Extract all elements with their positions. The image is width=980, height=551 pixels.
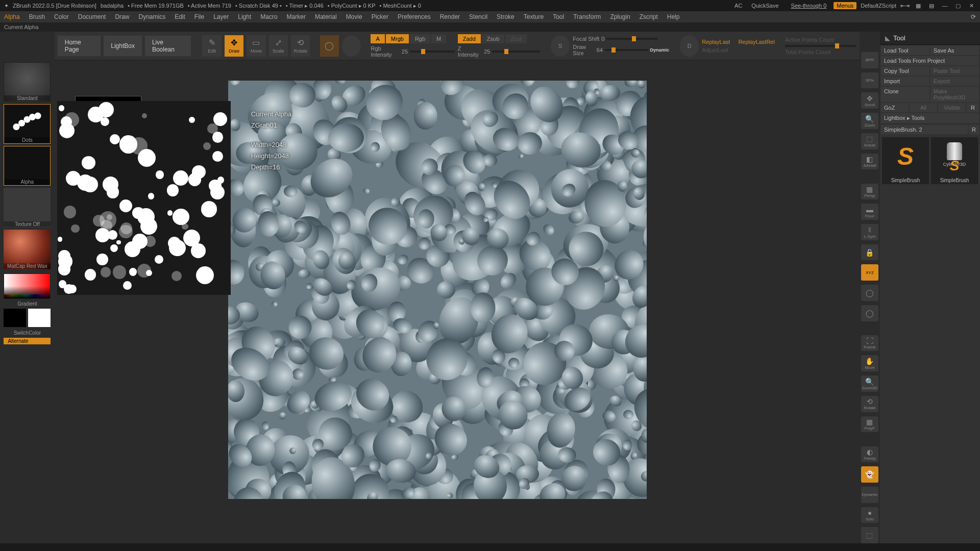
scroll-button[interactable]: ✥Scroll — [861, 92, 878, 109]
actual-button[interactable]: ⬚Actual — [861, 133, 878, 149]
clone-button[interactable]: Clone — [881, 87, 929, 102]
swatch-primary[interactable] — [28, 309, 51, 327]
menu-tool[interactable]: Tool — [553, 13, 564, 20]
edit-mode-button[interactable]: ✎Edit — [202, 35, 221, 57]
menu-preferences[interactable]: Preferences — [398, 13, 431, 20]
close-icon[interactable]: ✕ — [967, 3, 976, 9]
menu-stencil[interactable]: Stencil — [469, 13, 487, 20]
menu-picker[interactable]: Picker — [372, 13, 388, 20]
chip-zsub[interactable]: Zsub — [482, 34, 504, 43]
gizmo-button[interactable]: ◯ — [320, 35, 339, 57]
menu-texture[interactable]: Texture — [524, 13, 544, 20]
tool-header[interactable]: ◣Tool — [880, 32, 980, 45]
menu-file[interactable]: File — [194, 13, 204, 20]
menu-light[interactable]: Light — [238, 13, 251, 20]
alpha-slot[interactable]: Alpha — [4, 146, 51, 186]
axis-z-button[interactable]: ◯ — [861, 305, 878, 321]
menu-marker[interactable]: Marker — [287, 13, 306, 20]
texture-slot[interactable]: Texture Off — [4, 188, 51, 228]
chip-zcut[interactable]: Zcut — [505, 34, 526, 43]
lightbox-tools-button[interactable]: Lightbox ▸ Tools — [881, 113, 979, 123]
polymesh3d-button[interactable]: Make PolyMesh3D — [930, 87, 979, 102]
frame-button[interactable]: ⛶Frame — [861, 335, 878, 352]
goz-button[interactable]: GoZ — [881, 103, 909, 112]
alternate-button[interactable]: Alternate — [4, 338, 51, 344]
r-button[interactable]: R — [967, 103, 979, 112]
saveas-button[interactable]: Save As — [930, 46, 979, 55]
draw-size-slider[interactable]: Draw Size 64 Dynamic — [573, 44, 669, 56]
persp-button[interactable]: ▦Persp — [861, 184, 878, 200]
tool-thumb-simplebrush[interactable]: SSimpleBrush — [882, 137, 929, 184]
chip-a[interactable]: A — [371, 34, 384, 43]
menu-layer[interactable]: Layer — [213, 13, 229, 20]
local-button[interactable]: 🔒 — [861, 244, 878, 261]
menus-button[interactable]: Menus — [834, 2, 856, 9]
canvas-area[interactable]: Current Alpha ZGrab01 Width=2048 Height=… — [55, 60, 860, 543]
scale-mode-button[interactable]: ⤢Scale — [269, 35, 288, 57]
arrange-icon[interactable]: ⇤⇥ — [900, 3, 910, 9]
spix-button[interactable]: SPix — [861, 72, 878, 89]
visible-button[interactable]: Visible — [938, 103, 966, 112]
refresh-icon[interactable]: ⟳ — [971, 13, 976, 20]
color-picker[interactable] — [4, 273, 51, 299]
all-button[interactable]: All — [910, 103, 937, 112]
quicksave-button[interactable]: QuickSave — [751, 3, 778, 9]
sculptris-button[interactable] — [342, 35, 361, 57]
d-dial[interactable]: D — [680, 35, 699, 57]
transp-button[interactable]: ◐Transp — [861, 446, 878, 463]
menu-macro[interactable]: Macro — [260, 13, 277, 20]
switchcolor-button[interactable]: SwitchColor — [14, 330, 41, 336]
z-intensity-slider[interactable]: Z Intensity 25 — [458, 45, 540, 58]
tool-thumb-cylinder[interactable]: Cylinder3DSSimpleBrush — [931, 137, 978, 184]
menu-transform[interactable]: Transform — [573, 13, 601, 20]
chip-zadd[interactable]: Zadd — [458, 34, 481, 43]
menu-stroke[interactable]: Stroke — [497, 13, 514, 20]
dynamic-toggle[interactable]: Dynamic — [650, 47, 670, 53]
menu-zscript[interactable]: Zscript — [640, 13, 658, 20]
cascade-icon[interactable]: ▦ — [914, 3, 923, 9]
draw-mode-button[interactable]: ✥Draw — [225, 35, 243, 57]
menu-zplugin[interactable]: Zplugin — [610, 13, 630, 20]
xyz-button[interactable]: XYZ — [861, 264, 878, 281]
default-zscript[interactable]: DefaultZScript — [861, 3, 896, 9]
brush-slot[interactable]: Standard — [4, 62, 51, 102]
xpose-button[interactable]: ⬚ — [861, 527, 878, 543]
chip-rgb[interactable]: Rgb — [410, 34, 430, 43]
minimize-icon[interactable]: — — [940, 3, 949, 9]
menu-edit[interactable]: Edit — [175, 13, 185, 20]
s-dial[interactable]: S — [551, 35, 570, 57]
menu-dynamics[interactable]: Dynamics — [138, 13, 165, 20]
rotate-mode-button[interactable]: ⟲Rotate — [291, 35, 310, 57]
focal-shift-slider[interactable]: Focal Shift 0 — [573, 36, 669, 42]
menu-help[interactable]: Help — [667, 13, 680, 20]
load-tool-button[interactable]: Load Tool — [881, 46, 929, 55]
menu-material[interactable]: Material — [315, 13, 337, 20]
zoom3d-button[interactable]: 🔍Zoom3D — [861, 375, 878, 392]
dynamic-button[interactable]: Dynamic — [861, 487, 878, 503]
ghost-button[interactable]: 👻 — [861, 466, 878, 483]
gradient-label[interactable]: Gradient — [17, 301, 37, 307]
hue-bar[interactable] — [4, 294, 50, 298]
current-tool-name[interactable]: SimpleBrush. 2 — [881, 125, 968, 134]
zoom-button[interactable]: 🔍Zoom — [861, 113, 878, 129]
axis-y-button[interactable]: ◯ — [861, 285, 878, 301]
polyf-button[interactable]: ▦PolyF — [861, 416, 878, 433]
chip-m[interactable]: M — [431, 34, 446, 43]
paste-tool-button[interactable]: Paste Tool — [930, 66, 979, 76]
bpr-button[interactable]: BPR — [861, 52, 878, 68]
tab-lightbox[interactable]: LightBox — [104, 36, 142, 56]
menu-movie[interactable]: Movie — [346, 13, 362, 20]
material-slot[interactable]: MatCap Red Wax — [4, 230, 51, 269]
menu-document[interactable]: Document — [78, 13, 106, 20]
import-button[interactable]: Import — [881, 77, 929, 86]
move3d-button[interactable]: ✋Move — [861, 355, 878, 371]
menu-draw[interactable]: Draw — [115, 13, 129, 20]
swatch-secondary[interactable] — [4, 309, 26, 327]
move-mode-button[interactable]: ▭Move — [247, 35, 265, 57]
stroke-slot[interactable]: Dots — [4, 104, 51, 144]
adjust-last-button[interactable]: AdjustLast — [702, 47, 775, 53]
replay-last-button[interactable]: ReplayLast — [702, 39, 730, 45]
copy-tool-button[interactable]: Copy Tool — [881, 66, 929, 76]
maximize-icon[interactable]: ▢ — [953, 3, 963, 9]
aahalf-button[interactable]: ◧AAHalf — [861, 154, 878, 170]
